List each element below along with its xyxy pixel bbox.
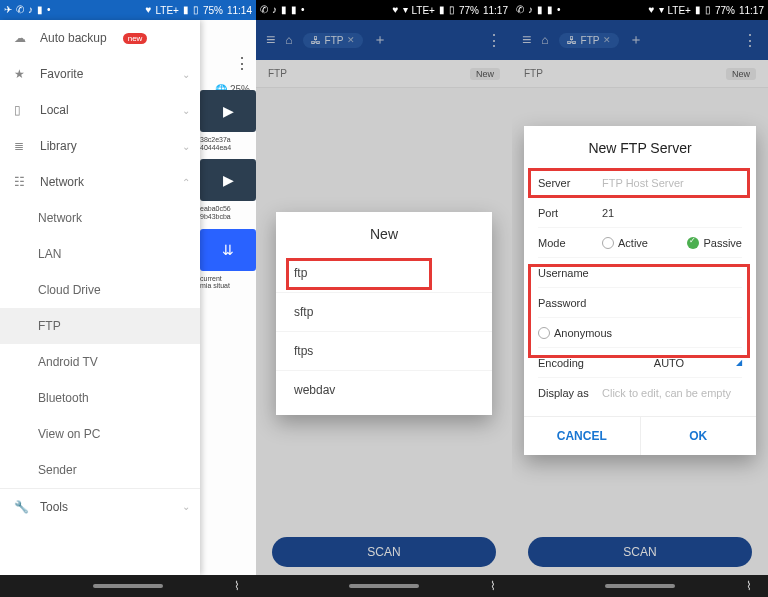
drawer-sub-label: Sender (38, 463, 77, 477)
server-field[interactable]: Server FTP Host Server (538, 168, 742, 198)
whatsapp-icon: ✆ (516, 5, 524, 15)
file-name-line: eaba0c56 (200, 205, 231, 212)
signal-icon: ▮ (183, 5, 189, 15)
video-thumbnail[interactable]: ▶ (200, 159, 256, 201)
drawer-label: Library (40, 139, 77, 153)
chevron-down-icon: ⌄ (182, 141, 190, 152)
new-connection-dialog: New ftp sftp ftps webdav (276, 212, 492, 415)
option-ftps[interactable]: ftps (276, 332, 492, 371)
drawer-sub-viewonpc[interactable]: View on PC (0, 416, 200, 452)
network-label: LTE+ (668, 5, 691, 16)
drawer-library[interactable]: ≣ Library ⌄ (0, 128, 200, 164)
app-icon: ▮ (291, 5, 297, 15)
option-label: webdav (294, 383, 335, 397)
wifi-icon: ▾ (403, 5, 408, 15)
whatsapp-icon: ✆ (16, 5, 24, 15)
option-sftp[interactable]: sftp (276, 293, 492, 332)
drawer-label: Auto backup (40, 31, 107, 45)
mode-row: Mode Active Passive (538, 228, 742, 258)
option-label: ftp (294, 266, 307, 280)
network-label: LTE+ (412, 5, 435, 16)
drawer-tools[interactable]: 🔧 Tools ⌄ (0, 488, 200, 524)
clock-label: 11:17 (739, 5, 764, 16)
drawer-sub-label: Bluetooth (38, 391, 89, 405)
dot-icon: • (301, 5, 305, 15)
battery-label: 77% (459, 5, 479, 16)
button-label: CANCEL (557, 429, 607, 443)
cancel-button[interactable]: CANCEL (524, 417, 641, 455)
drawer-favorite[interactable]: ★ Favorite ⌄ (0, 56, 200, 92)
mode-label: Mode (538, 237, 602, 249)
status-bar: ✈ ✆ ♪ ▮ • ♥ LTE+ ▮ ▯ 75% 11:14 (0, 0, 256, 20)
home-pill[interactable] (349, 584, 419, 588)
video-thumbnail[interactable]: ▶ (200, 90, 256, 132)
battery-icon: ▯ (193, 5, 199, 15)
dialog-title: New FTP Server (538, 140, 742, 168)
password-field[interactable]: Password (538, 288, 742, 318)
telegram-icon: ✈ (4, 5, 12, 15)
drawer-sub-cloud[interactable]: Cloud Drive (0, 272, 200, 308)
accessibility-icon[interactable]: ⌇ (234, 579, 240, 593)
star-icon: ★ (14, 67, 28, 81)
dot-icon: • (47, 5, 51, 15)
server-placeholder: FTP Host Server (602, 177, 684, 189)
drawer-sub-androidtv[interactable]: Android TV (0, 344, 200, 380)
heart-icon: ♥ (649, 5, 655, 15)
clock-label: 11:17 (483, 5, 508, 16)
network-label: LTE+ (156, 5, 179, 16)
file-name-line: 38c2e37a (200, 136, 231, 143)
app-icon: ▮ (281, 5, 287, 15)
chevron-down-icon: ⌄ (182, 69, 190, 80)
anonymous-label: Anonymous (554, 327, 612, 339)
display-as-field[interactable]: Display as Click to edit, can be empty (538, 378, 742, 408)
button-label: OK (689, 429, 707, 443)
chevron-down-icon: ⌄ (182, 105, 190, 116)
drawer-label: Local (40, 103, 69, 117)
drawer-sub-network[interactable]: Network (0, 200, 200, 236)
battery-icon: ▯ (449, 5, 455, 15)
home-pill[interactable] (93, 584, 163, 588)
drawer-sub-label: Network (38, 211, 82, 225)
drawer-sub-ftp[interactable]: FTP (0, 308, 200, 344)
drawer-network[interactable]: ☷ Network ⌃ (0, 164, 200, 200)
drawer-label: Tools (40, 500, 68, 514)
drawer-local[interactable]: ▯ Local ⌄ (0, 92, 200, 128)
zip-thumbnail[interactable]: ⇊ (200, 229, 256, 271)
file-name-line: 40444ea4 (200, 144, 231, 151)
encoding-value: AUTO (654, 357, 684, 369)
home-pill[interactable] (605, 584, 675, 588)
drawer-sub-bluetooth[interactable]: Bluetooth (0, 380, 200, 416)
option-webdav[interactable]: webdav (276, 371, 492, 409)
accessibility-icon[interactable]: ⌇ (490, 579, 496, 593)
username-field[interactable]: Username (538, 258, 742, 288)
port-field[interactable]: Port 21 (538, 198, 742, 228)
anonymous-row[interactable]: Anonymous (538, 318, 742, 348)
ok-button[interactable]: OK (641, 417, 757, 455)
username-label: Username (538, 267, 602, 279)
battery-label: 75% (203, 5, 223, 16)
nav-bar: ⌇ (0, 575, 256, 597)
mode-active-radio[interactable]: Active (602, 237, 648, 249)
file-name-line: mia situat (200, 282, 230, 289)
mode-passive-radio[interactable]: Passive (687, 237, 742, 249)
tiktok-icon: ♪ (28, 5, 33, 15)
file-name-line: current (200, 275, 222, 282)
status-bar: ✆ ♪ ▮ ▮ • ♥ ▾ LTE+ ▮ ▯ 77% 11:17 (512, 0, 768, 20)
port-label: Port (538, 207, 602, 219)
tiktok-icon: ♪ (272, 5, 277, 15)
app-icon: ▮ (537, 5, 543, 15)
radio-label: Active (618, 237, 648, 249)
signal-icon: ▮ (695, 5, 701, 15)
app-icon: ▮ (37, 5, 43, 15)
encoding-field[interactable]: Encoding AUTO ◢ (538, 348, 742, 378)
tiktok-icon: ♪ (528, 5, 533, 15)
option-ftp[interactable]: ftp (276, 254, 492, 293)
drawer-sub-lan[interactable]: LAN (0, 236, 200, 272)
drawer-auto-backup[interactable]: ☁ Auto backup new (0, 20, 200, 56)
accessibility-icon[interactable]: ⌇ (746, 579, 752, 593)
drawer-sub-label: Android TV (38, 355, 98, 369)
radio-checked-icon (687, 237, 699, 249)
heart-icon: ♥ (146, 5, 152, 15)
drawer-sub-sender[interactable]: Sender (0, 452, 200, 488)
overflow-icon[interactable]: ⋮ (234, 54, 250, 73)
